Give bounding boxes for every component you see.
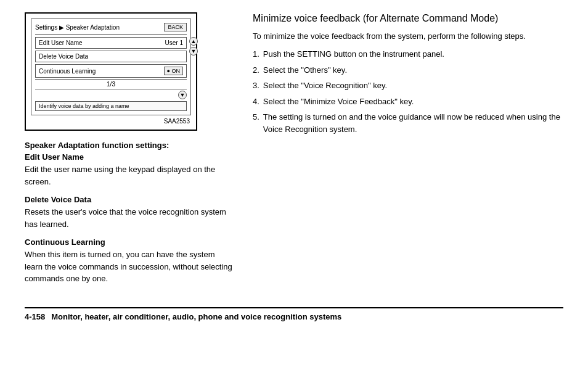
body-edit-user-name: Edit the user name using the keypad disp… — [25, 163, 234, 188]
scroll-controls: ▲ ▼ — [189, 37, 198, 56]
step-num-1: 2. — [253, 64, 259, 76]
screen-row-label-1: Delete Voice Data — [39, 53, 88, 60]
list-item: 1. Push the SETTING button on the instru… — [253, 48, 563, 60]
step-text-1: Select the "Others" key. — [263, 64, 347, 76]
list-item: 5. The setting is turned on and the voic… — [253, 111, 563, 135]
left-column: Settings ▶ Speaker Adaptation BACK Edit … — [25, 12, 234, 292]
scroll-down-button[interactable]: ▼ — [189, 47, 198, 56]
scroll-up-button[interactable]: ▲ — [189, 37, 198, 46]
screen-row-label-2: Continuous Learning — [39, 68, 96, 75]
step-text-0: Push the SETTING button on the instrumen… — [263, 48, 444, 60]
subsection-continuous-learning: Continuous Learning — [25, 237, 234, 247]
step-num-0: 1. — [253, 48, 259, 60]
step-num-2: 3. — [253, 80, 259, 92]
step-num-4: 5. — [253, 111, 259, 135]
scroll-bottom-button[interactable]: ▼ — [178, 91, 187, 99]
screen-row-2[interactable]: Continuous Learning ● ON — [35, 64, 187, 78]
list-item: 4. Select the "Minimize Voice Feedback" … — [253, 96, 563, 108]
right-title: Minimize voice feedback (for Alternate C… — [253, 12, 563, 25]
screen-back-button[interactable]: BACK — [164, 23, 187, 31]
page-footer: 4-158 Monitor, heater, air conditioner, … — [25, 307, 563, 321]
screen-page-indicator: 1/3 — [35, 79, 187, 89]
screen-row-0[interactable]: Edit User Name User 1 — [35, 37, 187, 49]
step-text-4: The setting is turned on and the voice g… — [263, 111, 563, 135]
step-text-2: Select the "Voice Recognition" key. — [263, 80, 387, 92]
list-item: 2. Select the "Others" key. — [253, 64, 563, 76]
body-continuous-learning: When this item is turned on, you can hav… — [25, 249, 234, 285]
footer-title: Monitor, heater, air conditioner, audio,… — [51, 312, 341, 321]
screen-header-title: Settings ▶ Speaker Adaptation — [35, 24, 120, 31]
footer-page-number: 4-158 — [25, 312, 45, 321]
main-heading: Speaker Adaptation function settings: — [25, 141, 234, 150]
screen-hint: Identify voice data by adding a name — [35, 101, 187, 111]
right-column: Minimize voice feedback (for Alternate C… — [253, 12, 563, 292]
screen-header: Settings ▶ Speaker Adaptation BACK — [35, 23, 187, 35]
screen-row-toggle-2[interactable]: ● ON — [164, 67, 183, 75]
list-item: 3. Select the "Voice Recognition" key. — [253, 80, 563, 92]
subsection-edit-user-name: Edit User Name — [25, 152, 234, 162]
body-delete-voice-data: Resets the user's voice that the voice r… — [25, 206, 234, 230]
step-num-3: 4. — [253, 96, 259, 108]
screen-row-1[interactable]: Delete Voice Data — [35, 51, 187, 62]
right-intro: To minimize the voice feedback from the … — [253, 30, 563, 43]
screen-scroll-bottom: ▼ — [35, 91, 187, 99]
screen-rows: Edit User Name User 1 Delete Voice Data … — [35, 37, 187, 78]
screen-row-label-0: Edit User Name — [39, 39, 83, 46]
screen-row-value-0: User 1 — [165, 39, 183, 46]
subsection-delete-voice-data: Delete Voice Data — [25, 195, 234, 204]
screen-diagram: Settings ▶ Speaker Adaptation BACK Edit … — [25, 12, 197, 131]
step-text-3: Select the "Minimize Voice Feedback" key… — [263, 96, 414, 108]
steps-list: 1. Push the SETTING button on the instru… — [253, 48, 563, 135]
screen-image-code: SAA2553 — [31, 118, 191, 125]
